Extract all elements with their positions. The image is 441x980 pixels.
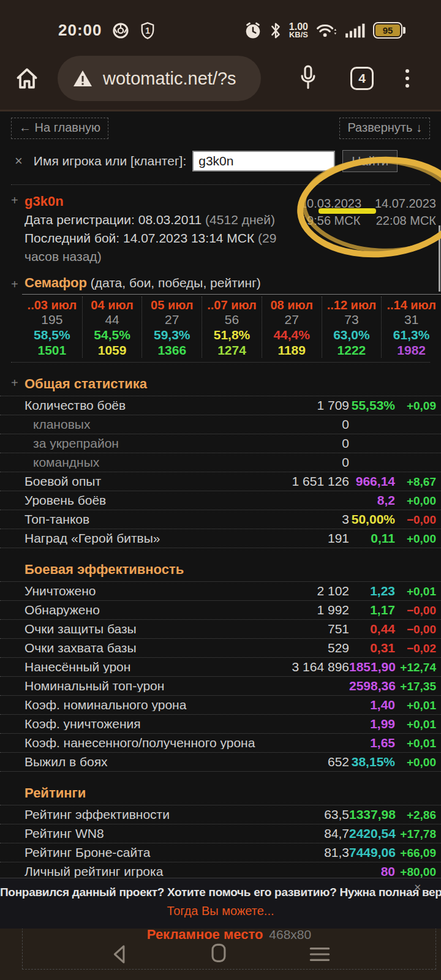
security-warning-icon[interactable] xyxy=(72,69,93,88)
stat-row: Количество боёв1 70955,53%+0,09 xyxy=(0,396,441,415)
ad-placeholder-size: 468x80 xyxy=(269,927,311,942)
expand-section-icon[interactable]: + xyxy=(11,376,18,390)
browser-chrome: 20:00 1 1.00 KB/S xyxy=(0,0,441,111)
search-submit-button[interactable]: Найти xyxy=(342,150,398,172)
stat-row: Номинальный топ-урон2598,36+17,35 xyxy=(0,677,441,696)
semaphore-date: 08 июл xyxy=(262,296,322,312)
stat-value: 191 xyxy=(282,531,349,546)
semaphore-rating: 1982 xyxy=(382,342,441,358)
stat-value: 0 xyxy=(282,455,349,470)
stat-row: Выжил в боях65238,15%+0,00 xyxy=(0,753,441,772)
stat-delta: +0,01 xyxy=(395,737,436,750)
stat-label: Коэф. уничтожения xyxy=(0,718,282,730)
microphone-icon[interactable] xyxy=(298,64,318,92)
bluetooth-icon xyxy=(270,21,282,40)
donate-link[interactable]: Тогда Вы можете... xyxy=(167,904,274,918)
stat-delta: +17,35 xyxy=(395,680,436,693)
stat-label: Очки захвата базы xyxy=(0,642,282,654)
home-icon[interactable] xyxy=(13,65,40,92)
expand-semaphore-icon[interactable]: + xyxy=(11,276,18,293)
divider xyxy=(11,362,430,363)
semaphore-subtitle: (дата, бои, победы, рейтинг) xyxy=(91,276,261,290)
stat-average: 55,53% xyxy=(349,398,395,413)
stat-delta: +0,09 xyxy=(395,399,436,413)
stat-delta: −0,02 xyxy=(395,642,436,655)
semaphore-column: 04 июл4454,5%1059 xyxy=(82,296,142,358)
stat-row: Коэф. нанесенного/полученного урона1,65+… xyxy=(0,734,441,753)
semaphore-winrate: 54,5% xyxy=(83,327,142,342)
semaphore-column: ..14 июл3161,3%1982 xyxy=(381,296,441,358)
wifi-icon xyxy=(315,21,337,40)
stat-average: 1851,90 xyxy=(349,660,395,674)
banner-close-icon[interactable]: ✕ xyxy=(413,882,421,893)
stat-average: 1,65 xyxy=(349,736,395,750)
period-end-time: 22:08 МСК xyxy=(376,212,436,229)
alarm-clock-icon xyxy=(244,21,262,40)
stat-label: Рейтинг Броне-сайта xyxy=(0,846,282,859)
stat-label: Уровень боёв xyxy=(0,494,282,507)
stat-label: за укрепрайон xyxy=(0,437,282,450)
semaphore-title: Семафор xyxy=(24,275,87,290)
stat-row: Уничтожено2 1021,23+0,01 xyxy=(0,582,441,601)
stat-label: клановых xyxy=(0,418,282,431)
semaphore-rating: 1059 xyxy=(83,342,142,358)
player-name: g3k0n xyxy=(24,192,300,211)
stat-label: Выжил в боях xyxy=(0,756,282,768)
collapse-search-icon[interactable]: × xyxy=(15,154,23,168)
period-start-date[interactable]: 10.03.2023 xyxy=(300,195,361,212)
stat-delta: +0,01 xyxy=(395,699,436,712)
page-scrollbar[interactable] xyxy=(439,225,440,292)
url-bar[interactable]: wotomatic.net/?s xyxy=(58,56,261,101)
stat-row: Нанесённый урон3 164 8961851,90+12,74 xyxy=(0,658,441,677)
shield-notification-icon: 1 xyxy=(139,21,156,40)
stat-average: 966,14 xyxy=(349,474,395,489)
search-label: Имя игрока или [клантег]: xyxy=(34,154,186,168)
semaphore-winrate: 58,5% xyxy=(22,327,82,342)
semaphore-column: 05 июл2759,3%1366 xyxy=(141,296,202,358)
status-bar: 20:00 1 1.00 KB/S xyxy=(0,0,441,52)
period-end-date[interactable]: 14.07.2023 xyxy=(375,195,436,212)
semaphore-rating: 1274 xyxy=(202,342,262,358)
semaphore-winrate: 63,0% xyxy=(322,327,382,342)
network-speed-indicator: 1.00 KB/S xyxy=(289,23,308,39)
player-name-input[interactable] xyxy=(192,151,335,172)
semaphore-header: + Семафор (дата, бои, победы, рейтинг) xyxy=(0,274,441,292)
stat-value: 1 709 xyxy=(282,398,349,413)
semaphore-column: ..12 июл7363,0%1222 xyxy=(322,296,382,358)
stat-average: 0,31 xyxy=(349,641,395,655)
semaphore-date: ..14 июл xyxy=(382,296,441,312)
semaphore-battles: 27 xyxy=(142,312,202,327)
browser-toolbar: wotomatic.net/?s 4 xyxy=(0,52,441,110)
stat-delta: +0,01 xyxy=(395,718,436,731)
stat-average: 8,2 xyxy=(349,493,395,508)
stat-label: Нанесённый урон xyxy=(0,661,282,673)
stat-label: Личный рейтинг игрока xyxy=(0,865,282,878)
stat-label: Коэф. нанесенного/полученного урона xyxy=(0,737,282,749)
stat-value: 529 xyxy=(282,641,349,655)
semaphore-rating: 1501 xyxy=(22,342,82,358)
stat-delta: +2,86 xyxy=(395,809,436,822)
expand-player-icon[interactable]: + xyxy=(11,194,18,208)
period-start-time: 19:56 МСК xyxy=(300,212,360,229)
stat-row: Боевой опыт1 651 126966,14+8,67 xyxy=(0,472,441,491)
player-summary: + g3k0n Дата регистрации: 08.03.2011 (45… xyxy=(0,185,441,266)
semaphore-date: ..12 июл xyxy=(322,296,382,312)
stat-delta: −0,00 xyxy=(395,513,436,527)
tab-switcher-button[interactable]: 4 xyxy=(350,67,374,90)
expand-button[interactable]: Развернуть ↓ xyxy=(339,118,430,139)
semaphore-battles: 31 xyxy=(382,312,441,327)
stat-label: Боевой опыт xyxy=(0,475,282,488)
browser-menu-icon[interactable] xyxy=(405,69,409,88)
semaphore-date: ..03 июл xyxy=(22,296,82,312)
back-to-main-button[interactable]: ← На главную xyxy=(11,118,108,139)
stat-average: 1,40 xyxy=(349,698,395,712)
stat-row: Очки защиты базы7510,44−0,00 xyxy=(0,620,441,639)
donate-text: Понравился данный проект? Хотите помочь … xyxy=(0,886,441,899)
stat-average: 80 xyxy=(349,864,395,879)
stat-label: Обнаружено xyxy=(0,604,282,616)
section-ratings: Рейтинги Рейтинг эффективности63,51337,9… xyxy=(0,784,441,881)
stat-average: 38,15% xyxy=(349,755,395,769)
stat-value: 751 xyxy=(282,622,349,636)
semaphore-rating: 1189 xyxy=(262,342,322,358)
stat-delta: +0,00 xyxy=(395,532,436,546)
